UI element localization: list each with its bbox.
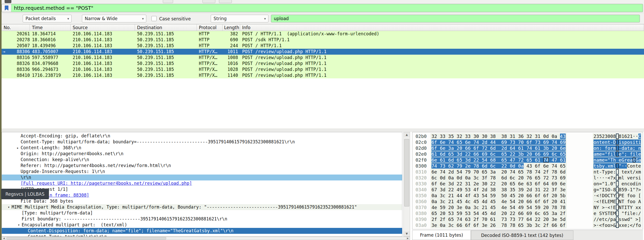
filter-bookmark-button[interactable]: [2, 4, 11, 12]
hex-offset: 02d0: [416, 145, 427, 151]
hex-row[interactable]: 038065 20 53 59 53 54 45 4d 20 22 66 69 …: [412, 210, 643, 216]
tab-decoded-text[interactable]: Decoded ISO-8859-1 text (142 bytes): [471, 230, 573, 240]
detail-line[interactable]: Content-Type: text/xml\r\n\r\n: [2, 234, 402, 237]
toolbar-button-partial[interactable]: [219, 0, 232, 3]
hex-row[interactable]: 02b032 33 35 32 33 30 30 38 38 31 36 32 …: [412, 133, 643, 139]
hex-offset: 0360: [416, 198, 427, 204]
packet-row[interactable]: 2027818.366016210.106.114.18350.239.151.…: [2, 37, 644, 43]
details-vertical-scrollbar[interactable]: ▲ ▼: [403, 132, 410, 237]
cell-no: 88410: [8, 72, 30, 78]
search-input[interactable]: upload: [271, 15, 640, 22]
detail-line[interactable]: Content-Type: multipart/form-data; bound…: [2, 139, 402, 145]
toolbar-button-partial[interactable]: [202, 0, 215, 3]
cell-len: 690: [223, 37, 240, 43]
hex-row[interactable]: 03206c 0d 0a 0d 0a 3c 3f 78 6d 6c 20 76 …: [412, 175, 643, 181]
scrollbar-thumb[interactable]: [6, 237, 166, 239]
search-input-value: upload: [274, 16, 289, 21]
column-header-source[interactable]: Source: [71, 24, 135, 31]
search-in-combobox[interactable]: Packet details ▾: [23, 15, 72, 22]
scroll-down-arrow-icon[interactable]: ▼: [404, 231, 410, 236]
hex-offset: 03a0: [416, 222, 427, 228]
hex-row[interactable]: 030074 73 62 79 2e 78 6d 6c 22 0d 0a 43 …: [412, 163, 643, 169]
hex-ascii: ontent-D ispositi: [593, 139, 642, 145]
detail-line[interactable]: Upgrade-Insecure-Requests: 1\r\n: [2, 169, 402, 175]
hex-row[interactable]: 02d06f 6e 3a 20 66 6f 72 6d 2d 64 61 74 …: [412, 145, 643, 151]
detail-lines: Accept-Encoding: gzip, deflate\r\nConten…: [2, 133, 402, 237]
hex-offset: 02c0: [416, 139, 427, 145]
details-horizontal-scrollbar[interactable]: ◀ ▶: [2, 237, 410, 240]
toolbar-button-partial[interactable]: [163, 0, 173, 3]
column-header-length[interactable]: Length: [223, 24, 240, 31]
pane-splitter[interactable]: [0, 128, 644, 132]
cell-no: 20507: [8, 43, 30, 49]
packet-row[interactable]: 2050718.439496210.106.114.18350.239.151.…: [2, 43, 644, 49]
hex-ascii: l····<?x ml versi: [593, 175, 642, 181]
detail-line[interactable]: ▾MIME Multipart Media Encapsulation, Typ…: [2, 204, 402, 210]
hex-bytes: 3e 0a 3c 66 6f 6f 3e 26 78 78 65 3b 3c 2…: [430, 222, 567, 228]
hex-row[interactable]: 03600a 3c 21 45 4c 45 4d 45 4e 54 20 66 …: [412, 198, 643, 204]
hex-row[interactable]: 02c06f 6e 74 65 6e 74 2d 44 69 73 70 6f …: [412, 139, 643, 145]
hex-row[interactable]: 03306f 6e 3d 22 31 2e 30 22 20 65 6e 63 …: [412, 181, 643, 187]
cell-src: 210.106.114.183: [71, 43, 135, 49]
bookmark-icon: [5, 5, 9, 11]
hex-offset: 0320: [416, 175, 427, 181]
detail-line[interactable]: [Response in frame: 88308]: [2, 192, 402, 198]
column-header-protocol[interactable]: Protocol: [197, 24, 223, 31]
case-sensitive-checkbox[interactable]: [151, 16, 157, 21]
detail-line[interactable]: [Type: multipart/form-data]: [2, 210, 402, 216]
hex-row[interactable]: 02e061 6d 65 3d 22 66 69 6c 65 22 3b 20 …: [412, 151, 643, 157]
toolbar-button-partial[interactable]: [5, 0, 11, 3]
packet-row[interactable]: →88306483.705007210.106.114.18350.239.15…: [2, 49, 644, 55]
cell-proto: HTTP/X…: [197, 61, 223, 67]
scroll-right-arrow-icon[interactable]: ▶: [406, 237, 410, 240]
scroll-up-arrow-icon[interactable]: ▲: [404, 132, 410, 137]
detail-line[interactable]: [HTTP request 1/1]: [2, 186, 402, 192]
cell-dst: 50.239.151.185: [135, 67, 197, 72]
detail-line[interactable]: [Full request URI: http://pageturner4boo…: [2, 180, 402, 186]
cell-time: 18.364714: [30, 31, 71, 37]
packet-row[interactable]: 2026118.364714210.106.114.18350.239.151.…: [2, 31, 644, 37]
packet-row[interactable]: 88336966.294673210.106.114.18350.239.151…: [2, 67, 644, 72]
detail-line[interactable]: File Data: 368 bytes: [2, 198, 402, 204]
char-width-combobox[interactable]: Narrow & Wide ▾: [82, 15, 146, 22]
packet-row[interactable]: 884101716.238719210.106.114.18350.239.15…: [2, 72, 644, 78]
detail-line[interactable]: Content-Disposition: form-data; name="fi…: [2, 228, 402, 234]
detail-line[interactable]: \r\n: [2, 175, 402, 180]
column-header-time[interactable]: Time: [30, 24, 71, 31]
expander-icon[interactable]: ▾: [16, 222, 22, 228]
tab-frame[interactable]: Frame (1011 bytes): [412, 230, 471, 240]
hex-row[interactable]: 03500a 3c 21 44 4f 43 54 59 50 45 20 66 …: [412, 193, 643, 198]
hex-ascii: //etc/pa sswd" >]: [593, 216, 642, 222]
hex-row[interactable]: 03902f 2f 65 74 63 2f 70 61 73 73 77 64 …: [412, 216, 643, 222]
cell-len: 1011: [223, 49, 240, 55]
detail-text: Encapsulated multipart part: (text/xml): [22, 222, 127, 228]
cell-src: 210.106.114.183: [71, 61, 135, 67]
search-type-combobox[interactable]: String ▾: [211, 15, 268, 22]
packet-row[interactable]: 88326834.079668210.106.114.18350.239.151…: [2, 61, 644, 67]
hex-bytes: 65 20 53 59 53 54 45 4d 20 22 66 69 6c 6…: [430, 210, 567, 216]
packet-row[interactable]: 88316597.558977210.106.114.18350.239.151…: [2, 55, 644, 61]
hex-row[interactable]: 03a03e 0a 3c 66 6f 6f 3e 26 78 78 65 3b …: [412, 222, 643, 228]
detail-line[interactable]: Accept-Encoding: gzip, deflate\r\n: [2, 133, 402, 139]
detail-line[interactable]: ▾Encapsulated multipart part: (text/xml): [2, 222, 402, 228]
display-filter-input[interactable]: http.request.method == "POST": [2, 4, 643, 12]
search-type-value: String: [214, 16, 227, 21]
hex-row[interactable]: 03704e 59 20 3e 0a 3c 21 45 4e 54 49 54 …: [412, 204, 643, 210]
hex-row[interactable]: 034067 3d 22 49 53 4f 2d 38 38 35 39 2d …: [412, 187, 643, 193]
detail-line[interactable]: ▸Content-Length: 368\r\n: [2, 145, 402, 151]
expander-icon[interactable]: ▾: [6, 204, 12, 210]
column-header-no[interactable]: No.: [2, 24, 30, 31]
scroll-left-arrow-icon[interactable]: ◀: [2, 237, 6, 240]
column-header-info[interactable]: Info: [240, 24, 644, 31]
detail-line[interactable]: Origin: http://pageturner4books.net\r\n: [2, 151, 402, 157]
detail-line[interactable]: Connection: keep-alive\r\n: [2, 157, 402, 163]
scrollbar-thumb[interactable]: [404, 139, 409, 206]
hex-row[interactable]: 02f06e 61 6d 65 3d 22 54 68 65 47 72 65 …: [412, 157, 643, 163]
expander-icon[interactable]: ▸: [15, 145, 21, 151]
column-header-destination[interactable]: Destination: [135, 24, 197, 31]
hex-row[interactable]: 03106e 74 2d 54 79 70 65 3a 20 74 65 78 …: [412, 169, 643, 175]
detail-line[interactable]: Referer: http://pageturner4books.net/rev…: [2, 163, 402, 169]
detail-line[interactable]: First boundary: ------------------------…: [2, 216, 402, 222]
hex-ascii: on="1.0" encodin: [593, 181, 642, 187]
hex-bytes: 0a 3c 21 44 4f 43 54 59 50 45 20 66 6f 6…: [430, 193, 567, 198]
